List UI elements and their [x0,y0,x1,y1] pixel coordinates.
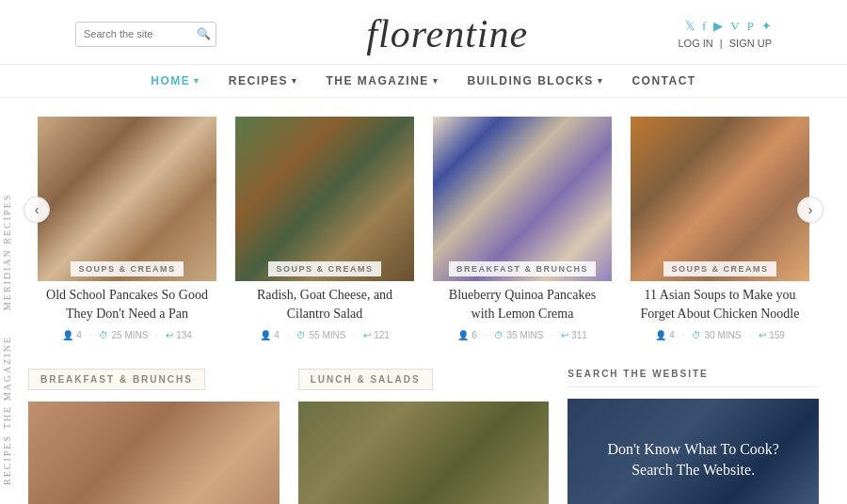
vimeo-icon[interactable]: V [730,19,739,34]
sidebar-magazine-label: THE MAGAZINE [2,336,12,429]
nav-home[interactable]: HOME ▾ [151,74,200,87]
next-arrow[interactable]: › [797,197,823,223]
clock-icon: ⏱ [494,330,503,340]
card-4-meta: 👤 4 · ⏱ 30 MINS · ↩ 159 [631,330,809,340]
card-3-comments: 311 [571,330,587,340]
people-icon: 👤 [62,330,73,340]
search-heading-label: SEARCH THE WEBSITE [567,369,819,387]
card-2: SOUPS & CREAMS Radish, Goat Cheese, and … [226,117,424,350]
chevron-down-icon: ▾ [433,76,439,86]
instagram-icon[interactable]: ✦ [761,19,772,34]
nav-magazine[interactable]: THE MAGAZINE ▾ [327,74,439,87]
card-4-category: SOUPS & CREAMS [663,261,775,276]
card-1-people: 4 [76,330,82,340]
sidebar-recipes-label: RECIPES [2,434,12,485]
nav-recipes[interactable]: RECIPES ▾ [229,74,298,87]
card-4: SOUPS & CREAMS 11 Asian Soups to Make yo… [621,117,819,350]
chevron-down-icon: ▾ [194,76,200,86]
header-right: 𝕏 f ▶ V P ✦ LOG IN | SIGN UP [678,19,772,49]
nav-building-blocks[interactable]: BUILDING BLOCKS ▾ [467,74,603,87]
card-2-title: Radish, Goat Cheese, and Cilantro Salad [240,286,409,323]
lunch-section: LUNCH & SALADS [298,369,550,504]
card-1: SOUPS & CREAMS Old School Pancakes So Go… [28,117,226,350]
youtube-icon[interactable]: ▶ [713,19,723,34]
comment-icon: ↩ [759,330,766,340]
clock-icon: ⏱ [692,330,701,340]
auth-separator: | [720,38,723,49]
card-1-meta: 👤 4 · ⏱ 25 MINS · ↩ 134 [38,330,216,340]
card-4-time: 30 MINS [704,330,741,340]
search-cta-text: Don't Know What To Cook? Search The Webs… [586,439,800,481]
card-3: BREAKFAST & BRUNCHS Blueberry Quinoa Pan… [424,117,621,350]
people-icon: 👤 [655,330,666,340]
card-2-category: SOUPS & CREAMS [268,261,380,276]
pinterest-icon[interactable]: P [747,19,754,34]
prev-arrow[interactable]: ‹ [24,197,50,223]
cards-row: ‹ SOUPS & CREAMS Old School Pancakes So … [28,117,819,350]
main-nav: HOME ▾ RECIPES ▾ THE MAGAZINE ▾ BUILDING… [0,65,847,98]
chevron-down-icon: ▾ [598,76,604,86]
card-2-meta: 👤 4 · ⏱ 55 MINS · ↩ 121 [235,330,414,340]
people-icon: 👤 [457,330,469,340]
lunch-heading-label: LUNCH & SALADS [298,369,433,390]
card-4-people: 4 [669,330,675,340]
breakfast-image [28,402,280,504]
search-box[interactable]: 🔍 [75,22,216,47]
login-link[interactable]: LOG IN [678,38,712,49]
breakfast-heading-label: BREAKFAST & BRUNCHS [28,369,205,390]
clock-icon: ⏱ [296,330,306,340]
card-3-time: 35 MINS [506,330,543,340]
people-icon: 👤 [260,330,271,340]
twitter-icon[interactable]: 𝕏 [685,19,695,34]
card-2-time: 55 MINS [309,330,345,340]
breakfast-section: BREAKFAST & BRUNCHS [28,369,280,504]
card-3-people: 6 [471,330,477,340]
comment-icon: ↩ [561,330,568,340]
comment-icon: ↩ [363,330,371,340]
social-icons: 𝕏 f ▶ V P ✦ [685,19,772,34]
card-1-time: 25 MINS [111,330,148,340]
chevron-down-icon: ▾ [292,76,298,86]
site-logo: florentine [366,11,528,56]
search-bg-image: Don't Know What To Cook? Search The Webs… [567,399,819,504]
card-1-category: SOUPS & CREAMS [71,261,183,276]
card-3-category: BREAKFAST & BRUNCHS [449,261,596,276]
breakfast-heading: BREAKFAST & BRUNCHS [28,369,280,402]
card-2-image [235,117,414,281]
nav-contact[interactable]: CONTACT [631,74,695,87]
card-4-comments: 159 [769,330,785,340]
lunch-image [298,402,550,504]
card-3-image [433,117,612,281]
card-2-people: 4 [274,330,280,340]
auth-links: LOG IN | SIGN UP [678,38,772,49]
clock-icon: ⏱ [99,330,108,340]
search-section: SEARCH THE WEBSITE Don't Know What To Co… [567,369,819,504]
signup-link[interactable]: SIGN UP [729,38,772,49]
sidebar-meridian-label: MERIDIAN RECIPES [2,194,12,311]
bottom-row: BREAKFAST & BRUNCHS LUNCH & SALADS SEARC… [28,369,819,504]
search-input[interactable] [84,28,197,39]
card-4-title: 11 Asian Soups to Make you Forget About … [635,286,805,323]
lunch-heading: LUNCH & SALADS [298,369,550,402]
main-content: ‹ SOUPS & CREAMS Old School Pancakes So … [0,98,847,504]
card-3-title: Blueberry Quinoa Pancakes with Lemon Cre… [438,286,607,323]
facebook-icon[interactable]: f [702,19,706,34]
comment-icon: ↩ [166,330,173,340]
card-4-image [631,117,809,281]
search-icon[interactable]: 🔍 [197,27,211,41]
card-1-comments: 134 [176,330,192,340]
card-3-meta: 👤 6 · ⏱ 35 MINS · ↩ 311 [433,330,612,340]
card-2-comments: 121 [374,330,390,340]
card-1-title: Old School Pancakes So Good They Don't N… [42,286,212,323]
header: 🔍 florentine 𝕏 f ▶ V P ✦ LOG IN | SIGN U… [0,0,847,65]
card-1-image [38,117,216,281]
